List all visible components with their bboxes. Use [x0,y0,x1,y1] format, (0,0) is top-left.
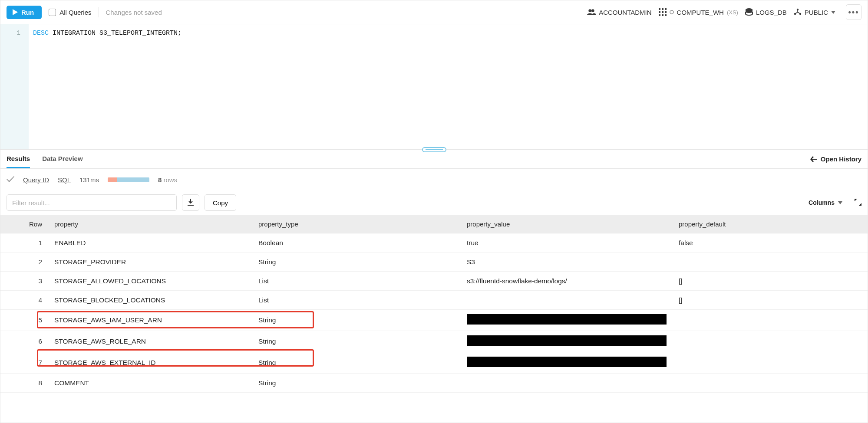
cell-property: STORAGE_BLOCKED_LOCATIONS [48,291,252,310]
people-icon [587,9,596,16]
cell-property-type: List [252,272,461,291]
cell-property: STORAGE_AWS_IAM_USER_ARN [48,310,252,331]
sql-editor[interactable]: 1 DESC INTEGRATION S3_TELEPORT_INTEGRTN; [0,24,868,150]
sql-keyword: DESC [33,30,49,37]
cell-property-value: s3://fluentd-snowflake-demo/logs/ [461,272,673,291]
ellipsis-icon: ••• [848,8,859,17]
filter-input[interactable] [7,194,177,211]
col-property-value[interactable]: property_value [461,215,673,233]
cell-property-value: true [461,233,673,252]
all-queries-checkbox[interactable]: All Queries [49,9,91,16]
results-table-wrap: Row property property_type property_valu… [0,215,868,393]
cell-property-default: [] [673,291,868,310]
cell-property-type: String [252,374,461,393]
open-history-label: Open History [821,155,861,163]
run-label: Run [21,9,34,16]
svg-point-10 [670,10,673,14]
more-button[interactable]: ••• [846,4,861,20]
cell-rownum: 5 [0,310,48,331]
chevron-down-icon [838,201,842,204]
line-gutter: 1 [0,24,29,149]
cell-property-default: false [673,233,868,252]
table-row[interactable]: 4STORAGE_BLOCKED_LOCATIONSList[] [0,291,868,310]
cell-property-value [461,310,673,331]
cell-property-type: String [252,331,461,352]
divider [99,7,99,17]
table-header-row: Row property property_type property_valu… [0,215,868,233]
cell-property: ENABLED [48,233,252,252]
changes-status: Changes not saved [106,9,162,16]
grid-icon [659,8,667,16]
sql-link[interactable]: SQL [58,176,71,184]
redacted-value [467,314,667,325]
svg-point-12 [797,9,799,10]
arrow-left-icon [810,156,817,162]
table-row[interactable]: 1ENABLEDBooleantruefalse [0,233,868,252]
context-warehouse[interactable]: COMPUTE_WH (XS) [659,8,738,16]
expand-button[interactable] [855,199,861,207]
cell-property: STORAGE_ALLOWED_LOCATIONS [48,272,252,291]
database-icon [745,8,753,16]
table-row[interactable]: 3STORAGE_ALLOWED_LOCATIONSLists3://fluen… [0,272,868,291]
context-role[interactable]: ACCOUNTADMIN [587,9,651,16]
table-row[interactable]: 5STORAGE_AWS_IAM_USER_ARNString [0,310,868,331]
cell-property: STORAGE_PROVIDER [48,252,252,272]
warehouse-size: (XS) [727,9,738,16]
table-row[interactable]: 6STORAGE_AWS_ROLE_ARNString [0,331,868,352]
download-button[interactable] [182,194,199,211]
cell-property-default [673,352,868,374]
cell-property: COMMENT [48,374,252,393]
cell-property-default: [] [673,272,868,291]
timing-bar [108,177,149,182]
redacted-value [467,357,667,367]
sql-text: INTEGRATION S3_TELEPORT_INTEGRTN; [49,30,182,37]
query-id-link[interactable]: Query ID [23,176,49,184]
col-row[interactable]: Row [0,215,48,233]
warehouse-label: COMPUTE_WH [677,9,724,16]
cell-property-value [461,374,673,393]
cell-property-default [673,252,868,272]
code-area[interactable]: DESC INTEGRATION S3_TELEPORT_INTEGRTN; [29,24,868,149]
cell-rownum: 2 [0,252,48,272]
svg-rect-5 [662,11,663,13]
line-number: 1 [0,30,28,38]
context-database[interactable]: LOGS_DB [745,8,787,16]
run-button[interactable]: Run [7,6,42,19]
svg-rect-9 [665,14,667,16]
play-icon [13,9,18,15]
svg-marker-0 [13,9,18,15]
context-schema[interactable]: PUBLIC [794,8,835,16]
svg-rect-7 [659,14,660,16]
results-table: Row property property_type property_valu… [0,215,868,393]
checkbox-icon [49,9,56,16]
svg-rect-3 [665,8,667,10]
open-history-button[interactable]: Open History [810,155,861,163]
cell-property-type: String [252,352,461,374]
tab-data-preview[interactable]: Data Preview [42,150,83,168]
cell-property-value [461,352,673,374]
row-count: 8rows [158,176,177,184]
database-label: LOGS_DB [756,9,787,16]
table-row[interactable]: 8COMMENTString [0,374,868,393]
query-timing: 131ms [79,176,99,184]
cell-rownum: 1 [0,233,48,252]
cell-property-value [461,331,673,352]
col-property[interactable]: property [48,215,252,233]
cell-property: STORAGE_AWS_ROLE_ARN [48,331,252,352]
cell-property-type: String [252,252,461,272]
cell-property: STORAGE_AWS_EXTERNAL_ID [48,352,252,374]
cell-rownum: 7 [0,352,48,374]
copy-button[interactable]: Copy [205,194,236,211]
columns-button[interactable]: Columns [809,199,842,206]
col-property-type[interactable]: property_type [252,215,461,233]
table-row[interactable]: 2STORAGE_PROVIDERStringS3 [0,252,868,272]
tab-results[interactable]: Results [7,150,30,168]
splitter-handle[interactable] [422,147,446,152]
status-dot-icon [670,10,674,14]
col-property-default[interactable]: property_default [673,215,868,233]
schema-label: PUBLIC [805,9,828,16]
download-icon [187,199,195,207]
table-row[interactable]: 7STORAGE_AWS_EXTERNAL_IDString [0,352,868,374]
role-label: ACCOUNTADMIN [599,9,651,16]
cell-property-value: S3 [461,252,673,272]
